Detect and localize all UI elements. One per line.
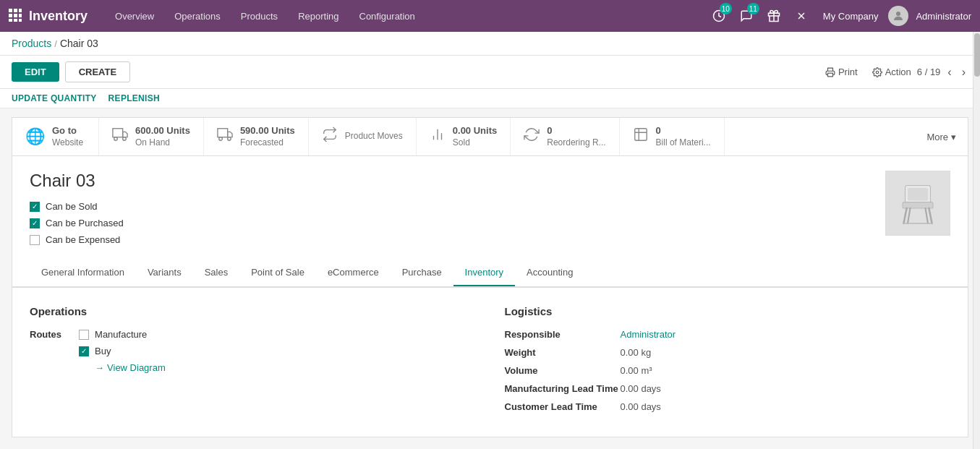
pagination-prev[interactable]: ‹ (945, 64, 954, 80)
tab-accounting[interactable]: Accounting (515, 260, 584, 286)
website-stat-label: Website (52, 137, 83, 149)
website-stat-value: Go to (52, 125, 83, 137)
manufacture-checkbox[interactable] (79, 330, 89, 340)
svg-rect-15 (827, 73, 832, 77)
route-buy: Buy (79, 346, 166, 356)
top-navigation: Inventory Overview Operations Products R… (0, 0, 980, 32)
can-be-sold-checkbox[interactable] (30, 202, 40, 212)
routes-list: Manufacture Buy → View Diagram (79, 329, 166, 373)
tab-content-inventory: Operations Routes Manufacture Buy (12, 288, 968, 437)
svg-rect-17 (113, 129, 123, 137)
stats-bar: 🌐 Go to Website 600.00 Units On Hand (12, 117, 968, 155)
logistics-weight: Weight 0.00 kg (505, 347, 951, 358)
stat-sold[interactable]: 0.00 Units Sold (417, 118, 511, 155)
product-info: Chair 03 Can be Sold Can be Purchased Ca… (30, 171, 885, 251)
buy-checkbox[interactable] (79, 346, 89, 356)
chat-badge: 11 (747, 3, 759, 14)
svg-marker-18 (123, 132, 127, 137)
svg-rect-7 (14, 19, 17, 22)
more-stats-button[interactable]: More ▾ (915, 118, 968, 155)
svg-rect-5 (19, 14, 22, 17)
customer-lead-time-label: Customer Lead Time (505, 401, 621, 412)
menu-reporting[interactable]: Reporting (288, 0, 349, 32)
svg-point-24 (228, 137, 231, 141)
can-be-purchased-label: Can be Purchased (46, 218, 124, 228)
manufacture-label: Manufacture (95, 329, 147, 340)
menu-products[interactable]: Products (231, 0, 288, 32)
stat-bom[interactable]: 0 Bill of Materi... (620, 118, 725, 155)
pagination-next[interactable]: › (959, 64, 968, 80)
stat-forecasted[interactable]: 590.00 Units Forecasted (204, 118, 309, 155)
svg-rect-2 (19, 9, 22, 12)
buy-label: Buy (95, 346, 111, 356)
chat-notification-btn[interactable]: 11 (735, 4, 758, 27)
stat-reordering[interactable]: 0 Reordering R... (511, 118, 619, 155)
svg-marker-22 (228, 132, 232, 137)
close-icon[interactable] (790, 4, 813, 27)
menu-operations[interactable]: Operations (164, 0, 231, 32)
app-title: Inventory (29, 9, 88, 24)
edit-button[interactable]: EDIT (12, 62, 59, 82)
can-be-sold-row: Can be Sold (30, 201, 885, 212)
svg-rect-29 (908, 188, 928, 201)
routes-label: Routes (30, 329, 61, 340)
product-detail-card: Chair 03 Can be Sold Can be Purchased Ca… (12, 155, 968, 288)
update-quantity-button[interactable]: UPDATE QUANTITY (12, 93, 97, 103)
logistics-volume: Volume 0.00 m³ (505, 365, 951, 376)
clock-notification-btn[interactable]: 10 (707, 4, 730, 27)
scrollbar-thumb[interactable] (974, 33, 980, 77)
operations-column: Operations Routes Manufacture Buy (30, 305, 476, 419)
action-button[interactable]: Action (872, 67, 911, 77)
responsible-value[interactable]: Administrator (621, 329, 676, 340)
can-be-expensed-row: Can be Expensed (30, 234, 885, 245)
create-button[interactable]: CREATE (65, 61, 130, 82)
stat-on-hand[interactable]: 600.00 Units On Hand (99, 118, 204, 155)
logistics-mfg-lead-time: Manufacturing Lead Time 0.00 days (505, 383, 951, 394)
action-label: Action (885, 67, 911, 77)
stat-product-moves[interactable]: Product Moves (309, 118, 417, 155)
view-diagram-link[interactable]: → View Diagram (95, 362, 166, 373)
svg-point-16 (876, 71, 879, 74)
gift-icon[interactable] (762, 4, 785, 27)
replenish-button[interactable]: REPLENISH (108, 93, 160, 103)
tab-point-of-sale[interactable]: Point of Sale (239, 260, 316, 286)
can-be-expensed-checkbox[interactable] (30, 235, 40, 245)
admin-name[interactable]: Administrator (916, 11, 971, 22)
operations-title: Operations (30, 305, 476, 317)
logistics-customer-lead-time: Customer Lead Time 0.00 days (505, 401, 951, 412)
svg-point-19 (114, 137, 118, 141)
tab-general-information[interactable]: General Information (30, 260, 136, 286)
print-label: Print (838, 67, 858, 77)
on-hand-value: 600.00 Units (135, 125, 190, 137)
product-moves-icon (322, 127, 338, 147)
breadcrumb-parent[interactable]: Products (12, 38, 51, 49)
menu-configuration[interactable]: Configuration (349, 0, 425, 32)
weight-label: Weight (505, 347, 621, 358)
can-be-purchased-row: Can be Purchased (30, 218, 885, 228)
tab-ecommerce[interactable]: eCommerce (316, 260, 391, 286)
breadcrumb-current: Chair 03 (60, 38, 98, 49)
logistics-column: Logistics Responsible Administrator Weig… (505, 305, 951, 419)
grid-icon[interactable] (9, 9, 22, 24)
tab-sales[interactable]: Sales (193, 260, 240, 286)
svg-rect-3 (9, 14, 12, 17)
responsible-label: Responsible (505, 329, 621, 340)
print-button[interactable]: Print (825, 67, 858, 77)
avatar[interactable] (888, 6, 908, 26)
menu-overview[interactable]: Overview (105, 0, 164, 32)
can-be-purchased-checkbox[interactable] (30, 218, 40, 228)
bom-label: Bill of Materi... (656, 137, 711, 149)
scrollbar[interactable] (973, 32, 980, 446)
stat-website[interactable]: 🌐 Go to Website (12, 118, 99, 155)
bom-value: 0 (656, 125, 711, 137)
sold-icon (430, 127, 446, 147)
can-be-expensed-label: Can be Expensed (46, 234, 120, 245)
tab-purchase[interactable]: Purchase (391, 260, 453, 286)
svg-line-34 (926, 208, 929, 223)
breadcrumb: Products / Chair 03 (0, 32, 980, 56)
company-name[interactable]: My Company (823, 11, 879, 22)
tab-inventory[interactable]: Inventory (453, 260, 515, 286)
sold-label: Sold (453, 137, 497, 149)
tab-variants[interactable]: Variants (136, 260, 193, 286)
product-header: Chair 03 Can be Sold Can be Purchased Ca… (30, 171, 950, 251)
